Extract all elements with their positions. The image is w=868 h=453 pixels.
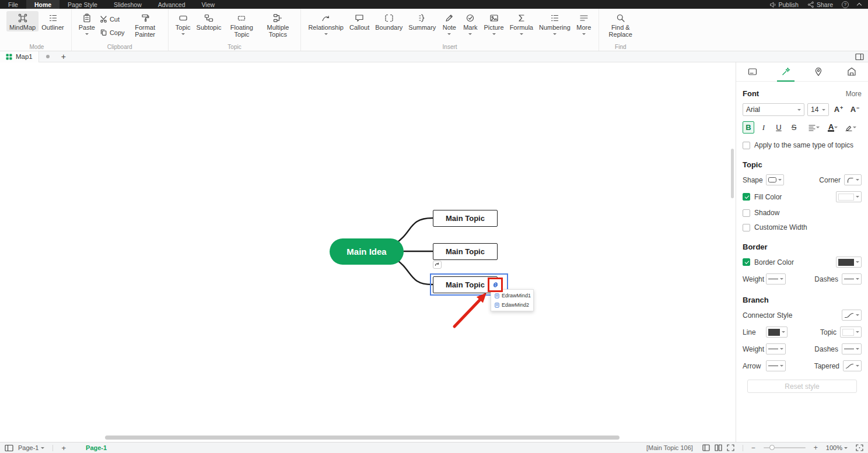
find-replace-button[interactable]: Find & Replace [603, 11, 638, 38]
increase-font-button[interactable]: A+ [832, 103, 845, 116]
outliner-button[interactable]: Outliner [38, 11, 67, 31]
align-select[interactable] [808, 124, 820, 132]
branch-topic-select[interactable] [840, 326, 862, 338]
multiple-topics-button[interactable]: Multiple Topics [259, 11, 296, 38]
underline-button[interactable]: U [773, 121, 785, 134]
border-color-checkbox[interactable] [743, 258, 750, 266]
topic-node-1[interactable]: Main Topic [433, 210, 498, 227]
menu-advanced[interactable]: Advanced [150, 0, 194, 9]
share-button[interactable]: Share [807, 1, 833, 8]
paste-button[interactable]: Paste [76, 11, 98, 37]
page-tab-current[interactable]: Page-1 [86, 444, 107, 451]
fill-color-checkbox[interactable] [743, 193, 750, 201]
hyperlink-icon[interactable] [491, 280, 500, 289]
callout-button[interactable]: Callout [346, 11, 372, 31]
paste-dropdown-caret[interactable] [85, 33, 89, 37]
tab-style-icon[interactable] [769, 62, 803, 81]
copy-button[interactable]: Copy [98, 28, 127, 37]
branch-weight-select[interactable] [766, 343, 786, 354]
zoom-slider-knob[interactable] [769, 445, 775, 450]
mark-button[interactable]: Mark [460, 11, 481, 37]
zoom-in-button[interactable]: + [814, 444, 818, 452]
boundary-button[interactable]: Boundary [372, 11, 405, 31]
shape-select[interactable] [766, 174, 784, 185]
menu-view[interactable]: View [193, 0, 223, 9]
connector-style-select[interactable] [842, 310, 862, 321]
tab-theme-icon[interactable] [835, 62, 868, 81]
apply-same-type-checkbox[interactable] [743, 142, 750, 149]
subtopic-button[interactable]: Subtopic [194, 11, 225, 31]
menu-slideshow[interactable]: Slideshow [106, 0, 150, 9]
menu-home[interactable]: Home [26, 0, 60, 9]
branch-line-color-select[interactable] [766, 326, 788, 338]
shadow-checkbox[interactable] [743, 209, 750, 217]
bold-button[interactable]: B [743, 121, 754, 134]
new-tab-button[interactable]: + [57, 52, 71, 61]
customize-width-checkbox[interactable] [743, 224, 750, 231]
fullscreen-icon[interactable] [856, 444, 863, 451]
outline-view-icon[interactable] [702, 444, 710, 451]
help-icon[interactable]: ? [842, 1, 849, 8]
topic-button[interactable]: Topic [173, 11, 194, 37]
summary-button[interactable]: Summary [405, 11, 439, 31]
font-color-select[interactable]: A [828, 124, 838, 132]
note-button[interactable]: Note [439, 11, 460, 37]
zoom-out-button[interactable]: − [751, 444, 755, 452]
add-page-button[interactable]: + [61, 444, 66, 452]
tapered-select[interactable] [843, 360, 862, 371]
mindmap-button[interactable]: MindMap [6, 11, 38, 31]
border-color-select[interactable] [836, 257, 862, 268]
pages-panel-icon[interactable] [5, 444, 13, 452]
zoom-level-select[interactable]: 100% [826, 444, 848, 451]
numbering-button[interactable]: Numbering [536, 11, 573, 37]
mark-dropdown-caret[interactable] [468, 33, 472, 37]
topic-node-2[interactable]: Main Topic [433, 243, 498, 260]
topic-dropdown-caret[interactable] [181, 33, 185, 37]
main-idea-node[interactable]: Main Idea [330, 238, 404, 265]
corner-select[interactable] [844, 174, 862, 185]
vertical-scrollbar[interactable] [731, 149, 734, 198]
note-dropdown-caret[interactable] [447, 33, 451, 37]
collapse-ribbon-icon[interactable] [857, 3, 862, 8]
fit-window-icon[interactable] [727, 444, 734, 451]
hyperlink-menu-item-1[interactable]: EdrawMind1 [491, 291, 533, 300]
border-dashes-select[interactable] [842, 273, 862, 285]
picture-button[interactable]: Picture [481, 11, 506, 37]
formula-dropdown-caret[interactable] [520, 33, 523, 37]
publish-button[interactable]: Publish [769, 1, 799, 8]
decrease-font-button[interactable]: A− [848, 103, 862, 116]
panel-toggle-icon[interactable] [855, 53, 868, 61]
more-dropdown-caret[interactable] [582, 33, 586, 37]
hyperlink-menu-item-2[interactable]: EdawMind2 [491, 300, 533, 310]
highlight-select[interactable] [845, 124, 856, 132]
floating-topic-button[interactable]: Floating Topic [224, 11, 259, 38]
arrow-select[interactable] [766, 360, 786, 371]
quick-relayout-button[interactable] [433, 261, 442, 269]
tab-map1[interactable]: Map1 [0, 51, 39, 62]
italic-button[interactable]: I [758, 121, 769, 134]
zoom-slider[interactable] [764, 447, 806, 448]
numbering-dropdown-caret[interactable] [553, 33, 556, 37]
cut-button[interactable]: Cut [98, 15, 127, 23]
tab-pin-icon[interactable] [802, 62, 835, 81]
canvas[interactable]: Main Idea Main Topic Main Topic Main Top… [0, 62, 736, 442]
reset-style-button[interactable]: Reset style [747, 380, 857, 393]
fill-color-select[interactable] [836, 191, 862, 202]
horizontal-scrollbar[interactable] [105, 436, 620, 440]
more-button[interactable]: More [573, 11, 594, 37]
relationship-dropdown-caret[interactable] [324, 33, 328, 37]
font-size-select[interactable]: 14 [807, 103, 829, 116]
menu-page-style[interactable]: Page Style [60, 0, 106, 9]
font-family-select[interactable]: Arial [743, 103, 804, 116]
border-weight-select[interactable] [766, 273, 786, 285]
tab-slide-icon[interactable] [736, 62, 769, 81]
page-layout-icon[interactable] [715, 444, 722, 451]
relationship-button[interactable]: Relationship [305, 11, 346, 37]
menu-file[interactable]: File [0, 0, 26, 9]
font-more-link[interactable]: More [846, 90, 862, 98]
page-select[interactable]: Page-1 [18, 444, 44, 451]
picture-dropdown-caret[interactable] [492, 33, 496, 37]
formula-button[interactable]: Formula [507, 11, 536, 37]
branch-dashes-select[interactable] [842, 343, 862, 354]
strikethrough-button[interactable]: S [788, 121, 800, 134]
